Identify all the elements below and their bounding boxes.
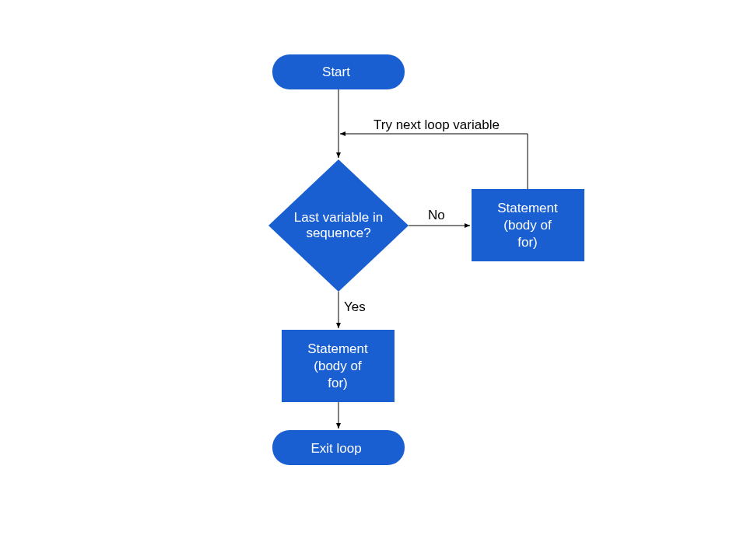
exit-label: Exit loop xyxy=(310,441,361,456)
body-right-l2: (body of xyxy=(503,218,552,233)
body-bottom-l1: Statement xyxy=(307,341,368,356)
exit-node: Exit loop xyxy=(272,430,405,465)
decision-label-1: Last variable in xyxy=(294,210,383,225)
body-bottom-l2: (body of xyxy=(314,359,362,373)
yes-label: Yes xyxy=(344,299,366,314)
flowchart-canvas: Start Last variable in sequence? No Stat… xyxy=(0,0,747,560)
body-right-l1: Statement xyxy=(497,201,558,215)
start-label: Start xyxy=(322,65,350,79)
body-right-node: Statement (body of for) xyxy=(472,189,584,261)
body-bottom-l3: for) xyxy=(328,376,348,390)
decision-label-2: sequence? xyxy=(306,226,370,240)
start-node: Start xyxy=(272,54,405,89)
body-right-l3: for) xyxy=(517,235,538,250)
decision-node: Last variable in sequence? xyxy=(268,159,409,292)
no-label: No xyxy=(428,208,445,222)
body-bottom-node: Statement (body of for) xyxy=(282,330,395,402)
loopback-label: Try next loop variable xyxy=(374,117,500,132)
edge-loopback xyxy=(340,134,528,189)
